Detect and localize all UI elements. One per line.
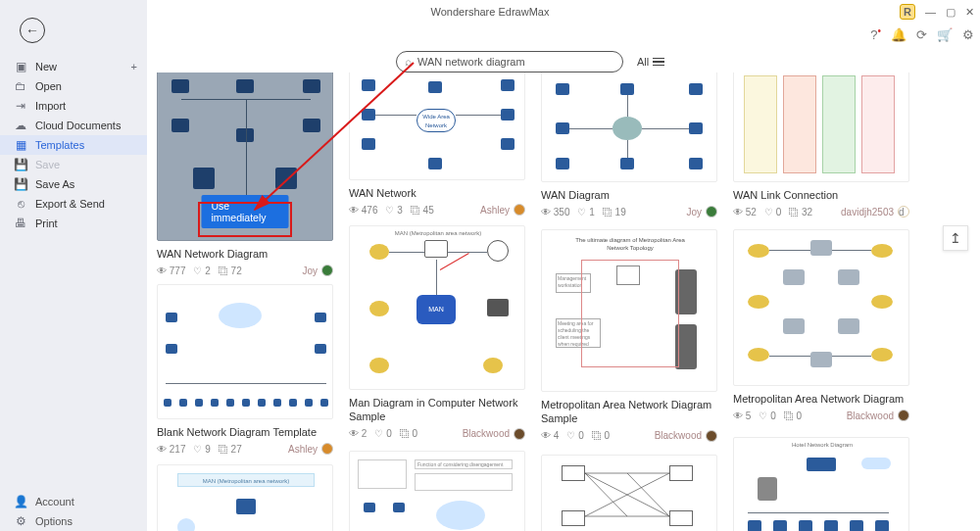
- card-meta: 👁 5 ♡ 0 ⿻ 0 Blackwood: [733, 410, 909, 421]
- gear-icon: ⚙: [14, 514, 27, 528]
- plus-square-icon: ▣: [14, 60, 27, 73]
- copy-icon: ⿻: [784, 410, 794, 421]
- print-icon: 🖶: [14, 217, 27, 230]
- sidebar-item-label: Export & Send: [35, 198, 105, 210]
- sidebar-item-export-send[interactable]: ⎋ Export & Send: [0, 194, 147, 214]
- sidebar-item-save: 💾 Save: [0, 155, 147, 174]
- likes-count: 9: [205, 444, 211, 455]
- views-count: 476: [362, 205, 378, 216]
- likes-count: 0: [386, 428, 392, 439]
- templates-icon: ▦: [14, 138, 27, 152]
- template-card[interactable]: MAN (Metropolitan area network): [157, 464, 333, 531]
- sidebar: ▣ New + 🗀 Open ⇥ Import ☁ Cloud Document…: [0, 0, 147, 531]
- svg-line-5: [627, 473, 669, 516]
- sidebar-item-label: Save: [35, 159, 60, 170]
- author-name: Blackwood: [847, 410, 894, 421]
- eye-icon: 👁: [541, 430, 551, 441]
- likes-count: 2: [205, 266, 211, 276]
- author-avatar: [898, 410, 909, 421]
- template-card[interactable]: Use immediately WAN Network Diagram 👁 77…: [157, 72, 333, 276]
- sidebar-item-account[interactable]: 👤 Account: [0, 492, 147, 511]
- views-count: 2: [362, 428, 368, 439]
- views-count: 5: [746, 410, 752, 421]
- heart-icon: ♡: [374, 428, 383, 439]
- sidebar-item-print[interactable]: 🖶 Print: [0, 214, 147, 233]
- sidebar-item-new[interactable]: ▣ New +: [0, 57, 147, 76]
- heart-icon: ♡: [566, 430, 575, 441]
- gear-icon[interactable]: ⚙: [962, 27, 974, 42]
- sidebar-item-label: Templates: [35, 139, 84, 151]
- person-icon: 👤: [14, 495, 27, 508]
- card-title: WAN Diagram: [541, 188, 717, 202]
- window-maximize-icon[interactable]: ▢: [946, 6, 956, 19]
- search-icon: ⌕: [405, 55, 412, 69]
- copies-count: 19: [615, 207, 626, 217]
- sidebar-item-cloud-documents[interactable]: ☁ Cloud Documents: [0, 116, 147, 135]
- template-card[interactable]: WAN Link Connection 👁 52 ♡ 0 ⿻ 32 davidj…: [733, 72, 909, 217]
- copies-count: 27: [231, 444, 242, 455]
- copy-icon: ⿻: [789, 207, 799, 217]
- arrow-up-icon: ↥: [950, 230, 961, 246]
- user-avatar[interactable]: R: [900, 4, 915, 20]
- card-meta: 👁 52 ♡ 0 ⿻ 32 davidjh2503 d: [733, 206, 909, 217]
- copies-count: 0: [604, 430, 610, 441]
- sidebar-item-save-as[interactable]: 💾 Save As: [0, 174, 147, 194]
- template-card[interactable]: MAN MAN (Metropolitan area network) Man …: [349, 225, 525, 440]
- sidebar-item-templates[interactable]: ▦ Templates: [0, 135, 147, 155]
- author-avatar: d: [898, 206, 909, 217]
- author-name: Joy: [686, 207, 702, 217]
- author-name: Ashley: [288, 444, 318, 455]
- back-button[interactable]: [20, 18, 45, 43]
- sidebar-item-open[interactable]: 🗀 Open: [0, 76, 147, 96]
- thumbnail-art: [734, 230, 908, 385]
- template-card[interactable]: Blank Network Diagram Template 👁 217 ♡ 9…: [157, 284, 333, 455]
- template-card[interactable]: Wide AreaNetwork WAN Network 👁 476 ♡ 3 ⿻…: [349, 72, 525, 216]
- templates-grid: Use immediately WAN Network Diagram 👁 77…: [149, 72, 980, 531]
- card-title: Metropolitan Area Network Diagram Sample: [541, 398, 717, 426]
- card-title: Man Diagram in Computer Network Sample: [349, 396, 525, 424]
- template-card[interactable]: Hotel Network Diagram: [733, 437, 909, 531]
- refresh-icon[interactable]: ⟳: [916, 27, 927, 42]
- card-meta: 👁 350 ♡ 1 ⿻ 19 Joy: [541, 206, 717, 217]
- window-minimize-icon[interactable]: —: [925, 6, 936, 18]
- export-icon: ⎋: [14, 197, 27, 211]
- author-name: davidjh2503: [841, 207, 894, 217]
- views-count: 52: [746, 207, 757, 217]
- author-name: Joy: [302, 266, 318, 276]
- window-close-icon[interactable]: ✕: [965, 6, 974, 19]
- bell-icon[interactable]: 🔔: [891, 27, 906, 42]
- use-immediately-button[interactable]: Use immediately: [202, 195, 289, 228]
- search-bar[interactable]: ⌕: [396, 51, 623, 72]
- sidebar-item-label: Cloud Documents: [35, 120, 121, 131]
- title-bar: Wondershare EdrawMax: [0, 0, 980, 24]
- template-card[interactable]: Function of considering disengagement: [349, 451, 525, 531]
- eye-icon: 👁: [541, 207, 551, 217]
- sidebar-item-import[interactable]: ⇥ Import: [0, 96, 147, 116]
- thumbnail-art: [542, 456, 716, 531]
- import-icon: ⇥: [14, 99, 27, 113]
- likes-count: 1: [589, 207, 595, 217]
- card-meta: 👁 777 ♡ 2 ⿻ 72 Joy: [157, 265, 333, 276]
- plus-icon[interactable]: +: [131, 61, 137, 72]
- sidebar-item-options[interactable]: ⚙ Options: [0, 511, 147, 531]
- filter-all[interactable]: All: [637, 51, 664, 72]
- author-avatar: [514, 204, 525, 216]
- thumbnail-art: [734, 72, 908, 181]
- cloud-icon: ☁: [14, 119, 27, 132]
- author-name: Blackwood: [655, 430, 702, 441]
- search-input[interactable]: [417, 56, 614, 68]
- template-card[interactable]: WAN Diagram 👁 350 ♡ 1 ⿻ 19 Joy: [541, 72, 717, 217]
- card-title: WAN Network: [349, 186, 525, 200]
- thumbnail-art: [542, 72, 716, 181]
- eye-icon: 👁: [733, 410, 743, 421]
- thumbnail-art: Wide AreaNetwork: [350, 72, 524, 179]
- template-card[interactable]: [541, 455, 717, 531]
- sidebar-item-label: New: [35, 61, 57, 72]
- template-card[interactable]: Metropolitan Area Network Diagram 👁 5 ♡ …: [733, 229, 909, 421]
- folder-icon: 🗀: [14, 79, 27, 93]
- cart-icon[interactable]: 🛒: [937, 27, 953, 42]
- template-card[interactable]: The ultimate diagram of Metropolitan Are…: [541, 229, 717, 442]
- help-icon[interactable]: ?•: [870, 25, 881, 42]
- scroll-to-top-button[interactable]: ↥: [943, 225, 968, 251]
- copy-icon: ⿻: [603, 207, 612, 217]
